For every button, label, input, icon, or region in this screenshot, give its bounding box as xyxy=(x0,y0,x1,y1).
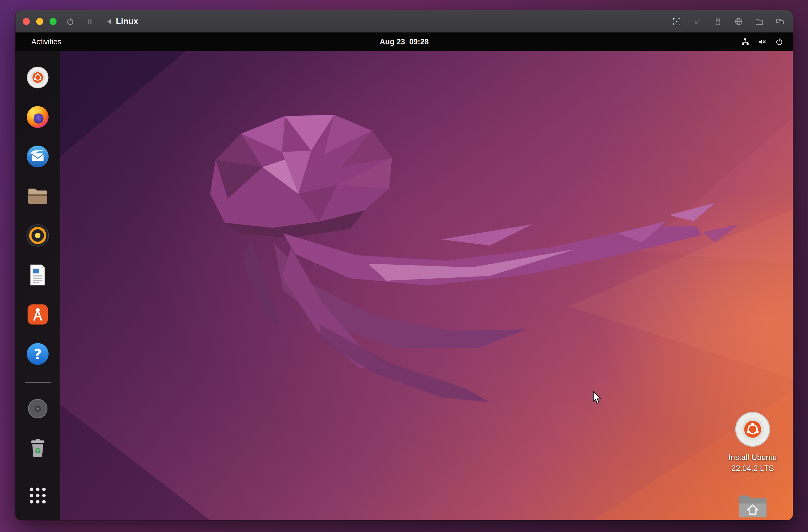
displays-icon[interactable] xyxy=(775,17,785,26)
dock-item-help[interactable]: ? xyxy=(25,342,50,366)
system-status-area[interactable] xyxy=(740,33,784,51)
shared-folder-icon[interactable] xyxy=(754,17,764,26)
thunderbird-icon xyxy=(25,144,50,169)
usb-icon[interactable] xyxy=(713,17,723,26)
files-icon xyxy=(25,184,50,208)
dock-item-rhythmbox[interactable] xyxy=(25,223,50,248)
mouse-cursor xyxy=(592,391,603,406)
dock-item-trash[interactable]: ♻ xyxy=(25,436,50,461)
install-ubuntu-label: Install Ubuntu 22.04.2 LTS xyxy=(729,452,777,474)
dock-item-disks[interactable] xyxy=(25,396,50,421)
desktop-icon-home[interactable]: Home xyxy=(724,490,782,520)
firefox-icon xyxy=(25,104,50,129)
window-titlebar[interactable]: Linux xyxy=(16,10,793,33)
window-title: Linux xyxy=(116,10,139,33)
ubuntu-software-icon xyxy=(25,302,50,327)
dock-item-libreoffice-writer[interactable] xyxy=(25,263,50,287)
home-folder-icon xyxy=(736,490,770,520)
disks-icon xyxy=(25,396,50,421)
zoom-button[interactable] xyxy=(50,18,57,25)
ubuntu-installer-icon xyxy=(25,65,50,90)
close-button[interactable] xyxy=(23,18,30,25)
install-ubuntu-disc-icon xyxy=(733,409,773,449)
dock-item-files[interactable] xyxy=(25,184,50,208)
trash-icon: ♻ xyxy=(25,436,50,461)
vm-window: Linux Activities Aug 23 09:28 xyxy=(16,10,793,520)
volume-muted-icon xyxy=(757,37,767,46)
network-icon xyxy=(740,37,750,46)
rhythmbox-icon xyxy=(25,223,50,248)
power-status-icon xyxy=(774,37,784,46)
svg-text:♻: ♻ xyxy=(34,446,41,455)
gnome-top-bar: Activities Aug 23 09:28 xyxy=(16,33,793,51)
dock-item-ubuntu-installer[interactable] xyxy=(25,65,50,90)
desktop-wallpaper: Install Ubuntu 22.04.2 LTS Home xyxy=(16,51,793,520)
help-icon: ? xyxy=(25,342,50,366)
dock-divider xyxy=(25,382,51,383)
dock: ? ♻ xyxy=(16,51,60,520)
capture-cursor-icon[interactable] xyxy=(672,17,681,26)
resize-arrow-icon[interactable] xyxy=(693,17,702,26)
power-icon[interactable] xyxy=(66,17,75,26)
vm-controls xyxy=(66,10,114,33)
minimize-button[interactable] xyxy=(36,18,43,25)
jellyfish-wallpaper-art xyxy=(16,51,793,520)
dock-item-firefox[interactable] xyxy=(25,104,50,129)
pause-icon[interactable] xyxy=(85,17,94,26)
desktop-icon-install-ubuntu[interactable]: Install Ubuntu 22.04.2 LTS xyxy=(724,409,782,474)
dock-item-ubuntu-software[interactable] xyxy=(25,302,50,327)
dock-item-thunderbird[interactable] xyxy=(25,144,50,169)
app-grid-icon xyxy=(25,483,50,508)
libreoffice-writer-icon xyxy=(25,263,50,287)
dock-item-app-grid[interactable] xyxy=(25,483,50,508)
traffic-lights xyxy=(23,10,57,33)
network-drive-icon[interactable] xyxy=(734,17,743,26)
back-icon[interactable] xyxy=(105,17,114,26)
clock[interactable]: Aug 23 09:28 xyxy=(16,33,793,51)
macos-desktop: { "window": { "title": "Linux", "control… xyxy=(0,0,808,532)
vm-toolbar-right xyxy=(672,10,785,33)
svg-text:?: ? xyxy=(34,346,42,362)
